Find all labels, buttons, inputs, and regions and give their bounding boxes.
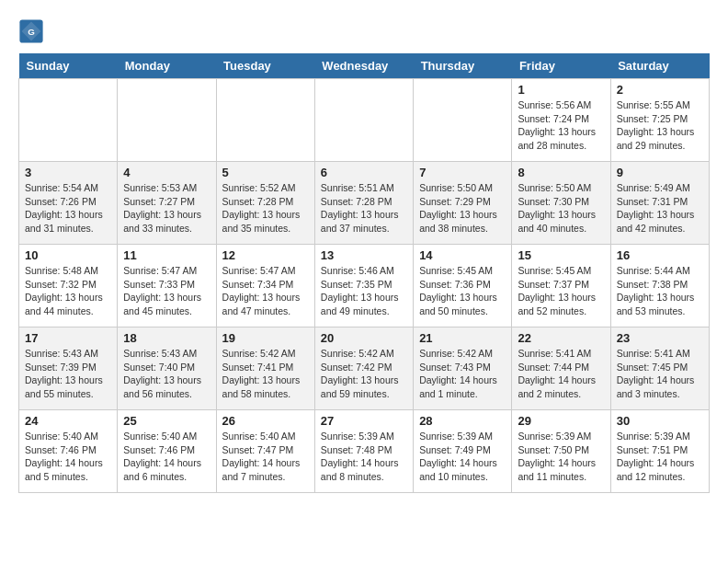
calendar-cell: 24Sunrise: 5:40 AM Sunset: 7:46 PM Dayli… xyxy=(19,410,118,493)
day-number: 9 xyxy=(617,166,703,179)
day-number: 12 xyxy=(222,248,309,262)
day-info: Sunrise: 5:53 AM Sunset: 7:27 PM Dayligh… xyxy=(123,181,210,236)
day-info: Sunrise: 5:41 AM Sunset: 7:45 PM Dayligh… xyxy=(617,347,703,401)
day-info: Sunrise: 5:50 AM Sunset: 7:29 PM Dayligh… xyxy=(419,181,506,236)
calendar-header: SundayMondayTuesdayWednesdayThursdayFrid… xyxy=(19,53,710,79)
day-info: Sunrise: 5:48 AM Sunset: 7:32 PM Dayligh… xyxy=(25,264,111,318)
day-info: Sunrise: 5:39 AM Sunset: 7:48 PM Dayligh… xyxy=(321,430,407,484)
day-number: 19 xyxy=(222,331,309,345)
calendar-cell: 6Sunrise: 5:51 AM Sunset: 7:28 PM Daylig… xyxy=(314,162,413,245)
day-number: 8 xyxy=(518,166,604,179)
calendar-cell: 25Sunrise: 5:40 AM Sunset: 7:46 PM Dayli… xyxy=(118,410,216,493)
weekday-header-row: SundayMondayTuesdayWednesdayThursdayFrid… xyxy=(19,53,710,79)
day-number: 22 xyxy=(518,331,604,345)
day-number: 10 xyxy=(25,248,111,262)
calendar-cell: 18Sunrise: 5:43 AM Sunset: 7:40 PM Dayli… xyxy=(118,327,216,410)
calendar-week-row: 17Sunrise: 5:43 AM Sunset: 7:39 PM Dayli… xyxy=(19,327,710,410)
calendar-cell: 15Sunrise: 5:45 AM Sunset: 7:37 PM Dayli… xyxy=(512,245,610,327)
day-number: 17 xyxy=(25,331,111,345)
calendar-cell: 14Sunrise: 5:45 AM Sunset: 7:36 PM Dayli… xyxy=(414,245,512,327)
day-number: 6 xyxy=(321,166,407,179)
calendar-cell: 19Sunrise: 5:42 AM Sunset: 7:41 PM Dayli… xyxy=(216,327,314,410)
weekday-header-saturday: Saturday xyxy=(610,53,709,79)
calendar-cell xyxy=(314,79,413,162)
calendar-cell: 3Sunrise: 5:54 AM Sunset: 7:26 PM Daylig… xyxy=(19,162,118,245)
day-info: Sunrise: 5:42 AM Sunset: 7:43 PM Dayligh… xyxy=(419,347,506,401)
day-info: Sunrise: 5:41 AM Sunset: 7:44 PM Dayligh… xyxy=(518,347,604,401)
day-info: Sunrise: 5:43 AM Sunset: 7:40 PM Dayligh… xyxy=(123,347,210,401)
day-info: Sunrise: 5:55 AM Sunset: 7:25 PM Dayligh… xyxy=(617,98,703,153)
day-number: 1 xyxy=(518,83,604,97)
calendar-cell xyxy=(414,79,512,162)
logo: G xyxy=(18,18,48,44)
svg-text:G: G xyxy=(28,27,35,37)
calendar-cell: 26Sunrise: 5:40 AM Sunset: 7:47 PM Dayli… xyxy=(216,410,314,493)
day-info: Sunrise: 5:52 AM Sunset: 7:28 PM Dayligh… xyxy=(222,181,309,236)
day-info: Sunrise: 5:40 AM Sunset: 7:46 PM Dayligh… xyxy=(25,430,111,484)
calendar-cell: 4Sunrise: 5:53 AM Sunset: 7:27 PM Daylig… xyxy=(118,162,216,245)
calendar-cell: 2Sunrise: 5:55 AM Sunset: 7:25 PM Daylig… xyxy=(610,79,709,162)
day-info: Sunrise: 5:47 AM Sunset: 7:34 PM Dayligh… xyxy=(222,264,309,318)
day-info: Sunrise: 5:39 AM Sunset: 7:51 PM Dayligh… xyxy=(617,430,703,484)
calendar-cell: 1Sunrise: 5:56 AM Sunset: 7:24 PM Daylig… xyxy=(512,79,610,162)
day-number: 29 xyxy=(518,414,604,428)
calendar-cell: 9Sunrise: 5:49 AM Sunset: 7:31 PM Daylig… xyxy=(610,162,709,245)
calendar-cell: 28Sunrise: 5:39 AM Sunset: 7:49 PM Dayli… xyxy=(414,410,512,493)
weekday-header-tuesday: Tuesday xyxy=(216,53,314,79)
calendar-week-row: 24Sunrise: 5:40 AM Sunset: 7:46 PM Dayli… xyxy=(19,410,710,493)
day-info: Sunrise: 5:43 AM Sunset: 7:39 PM Dayligh… xyxy=(25,347,111,401)
calendar-cell: 12Sunrise: 5:47 AM Sunset: 7:34 PM Dayli… xyxy=(216,245,314,327)
calendar-cell: 27Sunrise: 5:39 AM Sunset: 7:48 PM Dayli… xyxy=(314,410,413,493)
day-number: 7 xyxy=(419,166,506,179)
calendar-cell: 11Sunrise: 5:47 AM Sunset: 7:33 PM Dayli… xyxy=(118,245,216,327)
day-info: Sunrise: 5:39 AM Sunset: 7:50 PM Dayligh… xyxy=(518,430,604,484)
day-info: Sunrise: 5:47 AM Sunset: 7:33 PM Dayligh… xyxy=(123,264,210,318)
calendar-cell: 5Sunrise: 5:52 AM Sunset: 7:28 PM Daylig… xyxy=(216,162,314,245)
day-number: 20 xyxy=(321,331,407,345)
day-number: 16 xyxy=(617,248,703,262)
calendar-cell: 20Sunrise: 5:42 AM Sunset: 7:42 PM Dayli… xyxy=(314,327,413,410)
calendar-cell: 13Sunrise: 5:46 AM Sunset: 7:35 PM Dayli… xyxy=(314,245,413,327)
day-number: 23 xyxy=(617,331,703,345)
page-header: G xyxy=(18,18,710,44)
day-info: Sunrise: 5:46 AM Sunset: 7:35 PM Dayligh… xyxy=(321,264,407,318)
calendar-body: 1Sunrise: 5:56 AM Sunset: 7:24 PM Daylig… xyxy=(19,79,710,493)
day-number: 30 xyxy=(617,414,703,428)
calendar-cell: 22Sunrise: 5:41 AM Sunset: 7:44 PM Dayli… xyxy=(512,327,610,410)
calendar-cell: 7Sunrise: 5:50 AM Sunset: 7:29 PM Daylig… xyxy=(414,162,512,245)
day-number: 26 xyxy=(222,414,309,428)
calendar-cell: 10Sunrise: 5:48 AM Sunset: 7:32 PM Dayli… xyxy=(19,245,118,327)
day-number: 15 xyxy=(518,248,604,262)
day-info: Sunrise: 5:39 AM Sunset: 7:49 PM Dayligh… xyxy=(419,430,506,484)
day-info: Sunrise: 5:42 AM Sunset: 7:42 PM Dayligh… xyxy=(321,347,407,401)
weekday-header-thursday: Thursday xyxy=(414,53,512,79)
calendar-cell xyxy=(216,79,314,162)
day-info: Sunrise: 5:42 AM Sunset: 7:41 PM Dayligh… xyxy=(222,347,309,401)
calendar-table: SundayMondayTuesdayWednesdayThursdayFrid… xyxy=(18,53,710,493)
day-number: 24 xyxy=(25,414,111,428)
day-number: 18 xyxy=(123,331,210,345)
day-number: 2 xyxy=(617,83,703,97)
weekday-header-friday: Friday xyxy=(512,53,610,79)
day-info: Sunrise: 5:40 AM Sunset: 7:46 PM Dayligh… xyxy=(123,430,210,484)
weekday-header-wednesday: Wednesday xyxy=(314,53,413,79)
day-number: 28 xyxy=(419,414,506,428)
day-number: 4 xyxy=(123,166,210,179)
day-info: Sunrise: 5:54 AM Sunset: 7:26 PM Dayligh… xyxy=(25,181,111,236)
day-number: 3 xyxy=(25,166,111,179)
day-number: 11 xyxy=(123,248,210,262)
calendar-cell: 16Sunrise: 5:44 AM Sunset: 7:38 PM Dayli… xyxy=(610,245,709,327)
calendar-cell: 23Sunrise: 5:41 AM Sunset: 7:45 PM Dayli… xyxy=(610,327,709,410)
day-info: Sunrise: 5:45 AM Sunset: 7:37 PM Dayligh… xyxy=(518,264,604,318)
calendar-cell: 30Sunrise: 5:39 AM Sunset: 7:51 PM Dayli… xyxy=(610,410,709,493)
day-info: Sunrise: 5:49 AM Sunset: 7:31 PM Dayligh… xyxy=(617,181,703,236)
day-info: Sunrise: 5:45 AM Sunset: 7:36 PM Dayligh… xyxy=(419,264,506,318)
calendar-cell: 21Sunrise: 5:42 AM Sunset: 7:43 PM Dayli… xyxy=(414,327,512,410)
day-info: Sunrise: 5:40 AM Sunset: 7:47 PM Dayligh… xyxy=(222,430,309,484)
day-number: 13 xyxy=(321,248,407,262)
calendar-cell: 17Sunrise: 5:43 AM Sunset: 7:39 PM Dayli… xyxy=(19,327,118,410)
weekday-header-monday: Monday xyxy=(118,53,216,79)
day-number: 27 xyxy=(321,414,407,428)
day-number: 5 xyxy=(222,166,309,179)
day-info: Sunrise: 5:44 AM Sunset: 7:38 PM Dayligh… xyxy=(617,264,703,318)
